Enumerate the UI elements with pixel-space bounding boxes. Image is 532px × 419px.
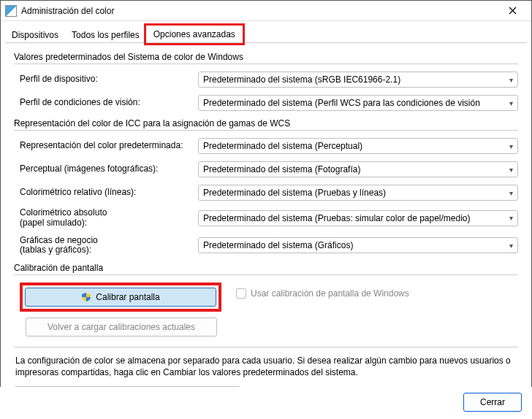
- separator: [14, 347, 518, 347]
- device-profile-value: Predeterminado del sistema (sRGB IEC6196…: [203, 74, 506, 85]
- use-windows-calibration-checkbox[interactable]: Usar calibración de pantalla de Windows: [236, 282, 409, 299]
- shield-icon: [81, 292, 91, 302]
- group-defaults-title: Valores predeterminados del Sistema de c…: [14, 52, 518, 62]
- relative-colorimetric-label: Colorimétrico relativo (líneas):: [14, 188, 198, 198]
- relative-colorimetric-value: Predeterminado del sistema (Pruebas y lí…: [203, 188, 506, 198]
- business-graphics-value: Predeterminado del sistema (Gráficos): [203, 240, 506, 250]
- checkbox-icon: [236, 288, 246, 299]
- tab-advanced-options[interactable]: Opciones avanzadas: [144, 23, 245, 45]
- calibrate-display-label: Calibrar pantalla: [96, 292, 159, 302]
- window-close-button[interactable]: [498, 2, 527, 20]
- default-rendering-label: Representación del color predeterminada:: [14, 141, 198, 151]
- dialog-footer: Cerrar: [0, 387, 532, 419]
- chevron-down-icon: ▾: [509, 76, 513, 84]
- group-icc-title: Representación del color de ICC para la …: [14, 118, 518, 128]
- chevron-down-icon: ▾: [509, 214, 513, 222]
- content: Valores predeterminados del Sistema de c…: [1, 43, 531, 411]
- tab-all-profiles[interactable]: Todos los perfiles: [65, 26, 146, 43]
- separator: [14, 130, 518, 131]
- absolute-colorimetric-select[interactable]: Predeterminado del sistema (Pruebas: sim…: [198, 210, 518, 226]
- chevron-down-icon: ▾: [509, 166, 513, 174]
- reload-calibrations-label: Volver a cargar calibraciones actuales: [48, 322, 195, 332]
- perceptual-label: Perceptual (imágenes fotográficas):: [14, 164, 198, 174]
- default-rendering-value: Predeterminado del sistema (Perceptual): [203, 141, 506, 151]
- chevron-down-icon: ▾: [509, 189, 513, 197]
- perceptual-select[interactable]: Predeterminado del sistema (Fotografía) …: [198, 161, 518, 177]
- close-icon: [509, 7, 517, 15]
- default-rendering-select[interactable]: Predeterminado del sistema (Perceptual) …: [198, 138, 518, 154]
- relative-colorimetric-select[interactable]: Predeterminado del sistema (Pruebas y lí…: [198, 185, 518, 201]
- chevron-down-icon: ▾: [509, 99, 513, 107]
- chevron-down-icon: ▾: [509, 242, 513, 250]
- titlebar: Administración del color: [1, 1, 531, 21]
- viewing-conditions-select[interactable]: Predeterminado del sistema (Perfil WCS p…: [198, 95, 518, 111]
- device-profile-select[interactable]: Predeterminado del sistema (sRGB IEC6196…: [198, 72, 518, 88]
- footer-help-text: La configuración de color se almacena po…: [14, 355, 518, 378]
- separator: [14, 274, 518, 275]
- tab-devices[interactable]: Dispositivos: [5, 26, 65, 43]
- viewing-conditions-label: Perfil de condiciones de visión:: [14, 98, 198, 108]
- close-button[interactable]: Cerrar: [463, 393, 522, 412]
- business-graphics-label: Gráficas de negocio (tablas y gráficos):: [14, 236, 198, 256]
- window-title: Administración del color: [21, 6, 498, 16]
- tab-bar: Dispositivos Todos los perfiles Opciones…: [1, 21, 531, 43]
- reload-calibrations-button[interactable]: Volver a cargar calibraciones actuales: [26, 318, 217, 337]
- perceptual-value: Predeterminado del sistema (Fotografía): [203, 164, 506, 174]
- business-graphics-select[interactable]: Predeterminado del sistema (Gráficos) ▾: [198, 237, 518, 253]
- viewing-conditions-value: Predeterminado del sistema (Perfil WCS p…: [203, 98, 506, 108]
- separator: [14, 64, 518, 64]
- absolute-colorimetric-label: Colorimétrico absoluto (papel simulado):: [14, 208, 198, 228]
- app-icon: [5, 5, 17, 17]
- device-profile-label: Perfil de dispositivo:: [14, 74, 198, 85]
- use-windows-calibration-label: Usar calibración de pantalla de Windows: [251, 288, 409, 299]
- absolute-colorimetric-value: Predeterminado del sistema (Pruebas: sim…: [203, 213, 506, 223]
- group-calibration-title: Calibración de pantalla: [14, 263, 518, 273]
- calibrate-display-button[interactable]: Calibrar pantalla: [25, 288, 216, 307]
- chevron-down-icon: ▾: [509, 142, 513, 150]
- calibrate-highlight: Calibrar pantalla: [20, 282, 221, 312]
